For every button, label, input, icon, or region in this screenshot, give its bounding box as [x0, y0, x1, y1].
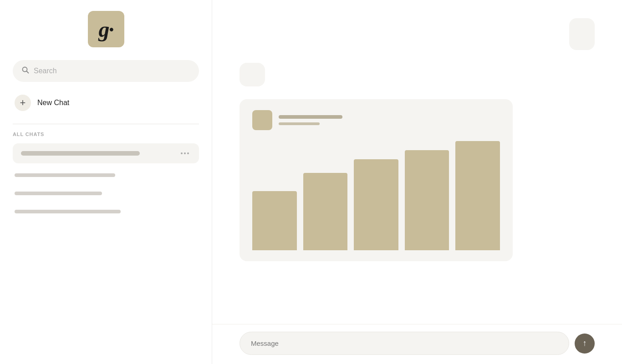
svg-line-1	[27, 71, 29, 73]
chat-bar	[15, 210, 121, 213]
bar-2	[303, 173, 348, 250]
chart-title-line2	[279, 122, 320, 125]
logo-container: g·	[13, 11, 199, 47]
bar-chart	[252, 141, 500, 250]
chat-bar	[15, 192, 102, 195]
search-placeholder: Search	[34, 67, 57, 75]
chat-bar-active	[21, 151, 140, 156]
divider	[13, 124, 199, 124]
dots-menu-button[interactable]	[179, 151, 191, 156]
list-item[interactable]	[13, 167, 199, 183]
bar-5	[455, 141, 500, 250]
chart-title	[279, 115, 342, 125]
message-input-area: ↑	[212, 324, 622, 364]
dot3	[187, 152, 189, 154]
dot2	[184, 152, 186, 154]
logo-box: g·	[88, 11, 124, 47]
chat-bar	[15, 173, 115, 177]
message-input[interactable]	[240, 332, 569, 355]
logo-dot: ·	[109, 17, 113, 41]
main-content: ↑	[212, 0, 622, 364]
new-chat-label: New Chat	[37, 99, 69, 107]
assistant-message-chart	[240, 99, 513, 261]
chat-item-active[interactable]	[13, 143, 199, 163]
assistant-message-text	[240, 63, 265, 86]
dot1	[181, 152, 183, 154]
chart-header	[252, 110, 500, 130]
bar-4	[405, 150, 449, 250]
chart-icon	[252, 110, 272, 130]
chat-area	[212, 0, 622, 324]
logo-letter: g·	[99, 17, 113, 42]
plus-icon: +	[15, 95, 31, 111]
sidebar: g· Search + New Chat ALL CHATS	[0, 0, 212, 364]
section-label: ALL CHATS	[13, 131, 199, 137]
user-message-bubble	[569, 18, 595, 50]
bar-1	[252, 191, 297, 250]
search-icon	[22, 66, 29, 76]
bar-3	[354, 159, 398, 250]
send-button[interactable]: ↑	[575, 334, 595, 354]
list-item[interactable]	[13, 185, 199, 202]
list-item[interactable]	[13, 203, 199, 220]
chart-title-line1	[279, 115, 342, 119]
send-icon: ↑	[583, 339, 587, 348]
new-chat-button[interactable]: + New Chat	[13, 91, 199, 115]
search-bar[interactable]: Search	[13, 60, 199, 82]
